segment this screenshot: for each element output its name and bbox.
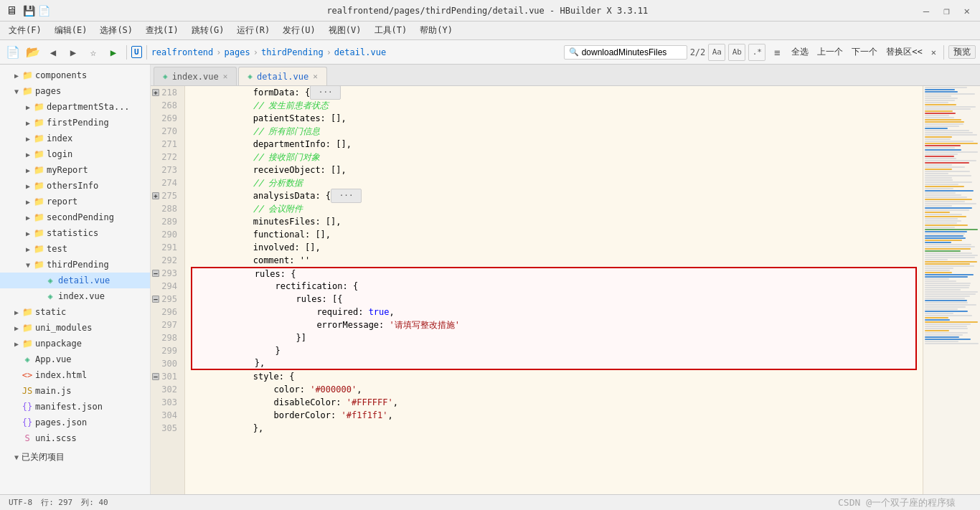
toggle-btn-295[interactable]: – xyxy=(152,296,159,303)
tree-item-pagesjson[interactable]: ▶ {} pages.json xyxy=(0,415,150,430)
tree-item-manifestjson[interactable]: ▶ {} manifest.json xyxy=(0,399,150,415)
folder-icon-components: 📁 xyxy=(22,70,33,81)
code-editor[interactable]: +218268269270271272273274+27528828929029… xyxy=(151,86,980,494)
tree-label-login: login xyxy=(47,149,72,159)
menu-item-find[interactable]: 查找(I) xyxy=(140,23,184,38)
tree-item-closed[interactable]: ▼ 已关闭项目 xyxy=(0,449,150,466)
tree-item-pages[interactable]: ▼ 📁 pages xyxy=(0,83,150,99)
tree-item-unimodules[interactable]: ▶ 📁 uni_modules xyxy=(0,320,150,336)
code-line-300: }, xyxy=(191,357,917,370)
menu-item-tools[interactable]: 工具(T) xyxy=(369,23,413,38)
content-area: ▶ 📁 components ▼ 📁 pages ▶ 📁 departmentS… xyxy=(0,65,980,494)
menu-item-view[interactable]: 视图(V) xyxy=(323,23,367,38)
menu-item-publish[interactable]: 发行(U) xyxy=(277,23,321,38)
maximize-button[interactable]: ❐ xyxy=(939,5,953,16)
status-line: 行: 297 xyxy=(41,497,72,508)
toolbar-separator-2 xyxy=(146,45,147,60)
toolbar-back-icon[interactable]: ◀ xyxy=(44,44,62,61)
close-button[interactable]: ✕ xyxy=(960,5,974,16)
toolbar-star-icon[interactable]: ☆ xyxy=(85,44,102,61)
tree-item-firstpending[interactable]: ▶ 📁 firstPending xyxy=(0,115,150,131)
tree-item-thirdpending[interactable]: ▼ 📁 thirdPending xyxy=(0,257,150,273)
list-btn[interactable]: ≡ xyxy=(768,44,786,61)
preview-btn[interactable]: 预览 xyxy=(948,45,976,59)
breadcrumb-pages[interactable]: pages xyxy=(225,47,250,57)
tree-label-test: test xyxy=(47,244,67,254)
line-num-292: 292 xyxy=(151,254,180,267)
tree-item-static[interactable]: ▶ 📁 static xyxy=(0,304,150,320)
line-num-289: 289 xyxy=(151,215,180,228)
tree-item-login[interactable]: ▶ 📁 login xyxy=(0,146,150,162)
tree-item-components[interactable]: ▶ 📁 components xyxy=(0,67,150,83)
code-line-269: patientStates: [], xyxy=(191,112,917,125)
tree-item-uniscss[interactable]: ▶ S uni.scss xyxy=(0,430,150,446)
tab-indexvue[interactable]: ◈ index.vue ✕ xyxy=(154,67,237,85)
tree-item-secondpending[interactable]: ▶ 📁 secondPending xyxy=(0,209,150,225)
tree-item-myreport[interactable]: ▶ 📁 myReport xyxy=(0,162,150,178)
menu-item-file[interactable]: 文件(F) xyxy=(3,23,47,38)
tree-item-unpackage[interactable]: ▶ 📁 unpackage xyxy=(0,336,150,351)
menu-item-edit[interactable]: 编辑(E) xyxy=(49,23,93,38)
code-line-305: }, xyxy=(191,422,917,435)
case-sensitive-btn[interactable]: Aa xyxy=(708,44,725,61)
toolbar-open-icon[interactable]: 📂 xyxy=(24,44,42,61)
toolbar-run-icon[interactable]: ▶ xyxy=(105,44,122,61)
tree-item-test[interactable]: ▶ 📁 test xyxy=(0,241,150,257)
code-line-270: // 所有部门信息 xyxy=(191,125,917,138)
whole-word-btn[interactable]: Ab xyxy=(728,44,745,61)
tree-item-detailvue[interactable]: ▶ ◈ detail.vue xyxy=(0,273,150,288)
close-search-btn[interactable]: ✕ xyxy=(928,47,939,57)
tree-item-othersinfo[interactable]: ▶ 📁 othersInfo xyxy=(0,178,150,194)
toggle-btn-275[interactable]: + xyxy=(152,192,159,199)
tree-item-indexvue[interactable]: ▶ ◈ index.vue xyxy=(0,288,150,304)
tab-detailvue[interactable]: ◈ detail.vue ✕ xyxy=(238,67,327,85)
breadcrumb-detailvue[interactable]: detail.vue xyxy=(334,47,386,57)
toolbar-forward-icon[interactable]: ▶ xyxy=(65,44,82,61)
tab-close-detailvue[interactable]: ✕ xyxy=(313,72,318,81)
breadcrumb-thirdpending[interactable]: thirdPending xyxy=(261,47,324,57)
toggle-btn-218[interactable]: + xyxy=(152,89,159,96)
tab-label-indexvue: index.vue xyxy=(172,72,219,82)
window-controls[interactable]: — ❐ ✕ xyxy=(919,5,974,16)
toggle-btn-293[interactable]: – xyxy=(152,270,159,277)
tree-label-myreport: myReport xyxy=(47,165,88,175)
replace-toggle-btn[interactable]: 替换区<< xyxy=(883,46,925,58)
folder-icon-statistics: 📁 xyxy=(33,227,44,239)
tree-item-indexhtml[interactable]: ▶ <> index.html xyxy=(0,367,150,383)
minimize-button[interactable]: — xyxy=(919,5,933,16)
regex-btn[interactable]: .* xyxy=(748,44,765,61)
tree-arrow-othersinfo: ▶ xyxy=(23,181,33,191)
tree-item-statistics[interactable]: ▶ 📁 statistics xyxy=(0,225,150,241)
next-match-btn[interactable]: 下一个 xyxy=(849,46,880,58)
line-num-274: 274 xyxy=(151,176,180,189)
breadcrumb-realfrontend[interactable]: realfrontend xyxy=(151,47,214,57)
tree-arrow-dept: ▶ xyxy=(23,102,33,112)
line-num-218: +218 xyxy=(151,86,180,99)
tree-item-report[interactable]: ▶ 📁 report xyxy=(0,194,150,209)
tree-arrow-report: ▶ xyxy=(23,197,33,207)
menu-item-run[interactable]: 运行(R) xyxy=(231,23,275,38)
select-all-btn[interactable]: 全选 xyxy=(788,46,811,58)
line-num-293: –293 xyxy=(151,267,180,280)
tree-item-departmentsta[interactable]: ▶ 📁 departmentSta... xyxy=(0,99,150,115)
code-line-292: comment: '' xyxy=(191,254,917,267)
prev-match-btn[interactable]: 上一个 xyxy=(814,46,846,58)
tree-item-index[interactable]: ▶ 📁 index xyxy=(0,131,150,146)
tree-label-indexhtml: index.html xyxy=(35,370,87,380)
toggle-btn-301[interactable]: – xyxy=(152,373,159,380)
tree-arrow-thirdpending: ▼ xyxy=(23,260,33,270)
breadcrumb-sep1: › xyxy=(216,47,221,57)
folder-icon-myreport: 📁 xyxy=(33,164,44,176)
menu-item-help[interactable]: 帮助(Y) xyxy=(414,23,458,38)
menu-item-select[interactable]: 选择(S) xyxy=(94,23,138,38)
folder-icon-thirdpending: 📁 xyxy=(33,259,44,270)
code-content[interactable]: formData: { ··· // 发生前患者状态 patientStates… xyxy=(185,86,923,494)
menu-item-jump[interactable]: 跳转(G) xyxy=(186,23,230,38)
tree-item-appvue[interactable]: ▶ ◈ App.vue xyxy=(0,351,150,367)
toolbar-new-icon[interactable]: 📄 xyxy=(4,44,22,61)
search-input[interactable] xyxy=(582,47,682,57)
tree-item-mainjs[interactable]: ▶ JS main.js xyxy=(0,383,150,399)
tab-close-indexvue[interactable]: ✕ xyxy=(223,72,228,81)
toolbar-sep-right xyxy=(943,45,944,60)
folder-icon-firstpending: 📁 xyxy=(33,117,44,128)
